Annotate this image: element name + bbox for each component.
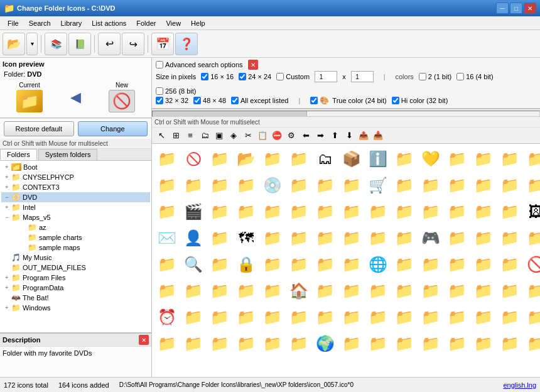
ico-tb-copy[interactable]: 📋 — [256, 129, 269, 143]
expand-icon[interactable]: + — [3, 303, 11, 312]
ico-tb-pointer[interactable]: ↖ — [154, 129, 168, 143]
icon-cell[interactable]: 📁 — [286, 146, 311, 172]
icons-grid-container[interactable]: 📁 🚫 📁 📂 📁 📁 🗂 📦 ℹ️ 📁 💛 📁 📁 📁 📁 📁 📁 📁 — [152, 144, 540, 377]
icon-cell[interactable]: 📁 — [365, 278, 391, 303]
icon-cell[interactable]: 📁 — [154, 331, 180, 356]
icon-cell[interactable]: 📁 — [234, 278, 259, 303]
horiz-scroll-bar[interactable] — [152, 109, 540, 117]
custom-x-input[interactable] — [315, 71, 337, 82]
icon-cell[interactable]: 📁 — [286, 331, 311, 356]
icon-cell[interactable]: 📁 — [339, 278, 364, 303]
icon-cell[interactable]: 📁 — [154, 146, 180, 172]
icon-cell[interactable]: 📁 — [445, 146, 470, 172]
icon-cell[interactable]: 📁 — [497, 331, 522, 356]
expand-icon[interactable]: + — [3, 273, 11, 282]
expand-icon[interactable]: + — [3, 163, 11, 172]
tree-item[interactable]: 📁 az — [1, 222, 150, 232]
icon-cell[interactable]: 📁 — [234, 331, 259, 356]
icon-cell[interactable]: 📁 — [497, 305, 522, 330]
icon-cell[interactable]: 📁 — [445, 226, 470, 251]
ico-tb-stop[interactable]: ⛔ — [270, 129, 284, 143]
icon-cell[interactable]: 📁 — [365, 226, 391, 251]
icon-cell[interactable]: 📁 — [313, 305, 338, 330]
icon-cell[interactable]: 📁 — [339, 199, 364, 224]
icon-cell[interactable]: 🚫 — [524, 252, 540, 277]
tab-folders[interactable]: Folders — [0, 149, 37, 160]
ico-tb-prev[interactable]: ⬅ — [299, 129, 313, 143]
icon-cell[interactable]: 📁 — [207, 305, 232, 330]
icon-cell[interactable]: 📁 — [418, 252, 443, 277]
icon-cell[interactable]: 🎬 — [181, 199, 206, 224]
icon-cell[interactable]: 📁 — [392, 226, 417, 251]
icon-cell[interactable]: 📁 — [339, 226, 364, 251]
icon-cell[interactable]: 📁 — [154, 252, 180, 277]
icon-cell[interactable]: 📁 — [418, 305, 443, 330]
icon-cell[interactable]: 📁 — [445, 199, 470, 224]
expand-icon[interactable]: + — [3, 283, 11, 292]
advanced-search-input[interactable] — [156, 61, 163, 68]
icon-cell[interactable]: 📁 — [392, 173, 417, 198]
ico-tb-settings[interactable]: ⚙ — [284, 129, 298, 143]
icon-cell[interactable]: 📁 — [497, 173, 522, 198]
tree-item[interactable]: − 📁 Maps_v5 — [1, 212, 150, 222]
icon-cell[interactable]: 👤 — [181, 226, 206, 251]
icon-cell[interactable]: 📁 — [313, 226, 338, 251]
tree-item[interactable]: 📁 OUT_MEDIA_FILES — [1, 263, 150, 273]
tree-item[interactable]: + 📁 Boot — [1, 162, 150, 172]
tree-item[interactable]: + 📁 ProgramData — [1, 283, 150, 293]
icon-cell[interactable]: 📁 — [471, 146, 496, 172]
icon-cell[interactable]: 📁 — [445, 305, 470, 330]
icon-cell[interactable]: 📁 — [154, 199, 180, 224]
toolbar-open-dropdown[interactable]: ▾ — [26, 33, 38, 55]
change-button[interactable]: Change — [78, 121, 148, 136]
menu-view[interactable]: View — [161, 18, 186, 28]
toolbar-library2-button[interactable]: 📗 — [68, 33, 91, 55]
description-close-button[interactable]: ✕ — [139, 335, 149, 345]
menu-help[interactable]: Help — [186, 18, 210, 28]
icon-cell[interactable]: 📁 — [471, 226, 496, 251]
icon-cell[interactable]: 📁 — [286, 226, 311, 251]
ico-tb-invert[interactable]: ◈ — [227, 129, 240, 143]
icon-cell[interactable]: 📁 — [339, 173, 364, 198]
icon-cell[interactable]: 📁 — [286, 199, 311, 224]
tree-item[interactable]: + 📁 Program Files — [1, 273, 150, 283]
icon-cell[interactable]: 📁 — [471, 331, 496, 356]
expand-icon[interactable] — [3, 293, 11, 302]
tree-item[interactable]: + 📁 CNYSELPHYCP — [1, 172, 150, 182]
minimize-button[interactable]: ─ — [496, 3, 509, 14]
icon-cell[interactable]: 📁 — [313, 278, 338, 303]
icon-cell[interactable]: 📁 — [207, 173, 232, 198]
icon-cell[interactable]: 📁 — [497, 226, 522, 251]
icon-cell[interactable]: 📁 — [445, 278, 470, 303]
icon-cell[interactable]: 📁 — [260, 199, 285, 224]
icon-cell[interactable]: 📁 — [524, 278, 540, 303]
icon-cell[interactable]: 📁 — [497, 252, 522, 277]
toolbar-undo-button[interactable]: ↩ — [98, 33, 121, 55]
menu-file[interactable]: File — [3, 18, 24, 28]
icon-cell[interactable]: 📁 — [286, 252, 311, 277]
icon-cell[interactable]: 📁 — [234, 173, 259, 198]
icon-cell[interactable]: ℹ️ — [365, 146, 391, 172]
icon-cell[interactable]: 📁 — [497, 278, 522, 303]
icon-cell[interactable]: 📁 — [181, 331, 206, 356]
status-language[interactable]: english.lng — [503, 381, 536, 389]
icon-cell[interactable]: 📁 — [365, 199, 391, 224]
icon-cell[interactable]: 📁 — [339, 331, 364, 356]
search-close-button[interactable]: ✕ — [248, 60, 258, 70]
custom-checkbox[interactable]: Custom — [276, 73, 310, 80]
icon-cell[interactable]: 📁 — [471, 173, 496, 198]
tree-item[interactable]: + 📁 Intel — [1, 202, 150, 212]
advanced-search-checkbox[interactable]: Advanced search options — [156, 61, 243, 68]
icon-cell[interactable]: 📁 — [524, 305, 540, 330]
size-32-checkbox[interactable]: 32 × 32 — [156, 97, 188, 104]
icon-cell[interactable]: 📁 — [339, 252, 364, 277]
icon-cell[interactable]: 📁 — [418, 278, 443, 303]
icon-cell[interactable]: 📁 — [418, 199, 443, 224]
icon-cell[interactable]: 🔒 — [234, 252, 259, 277]
icon-cell[interactable]: 📁 — [260, 278, 285, 303]
tree-item[interactable]: 🦇 The Bat! — [1, 293, 150, 303]
icon-cell[interactable]: 🌍 — [313, 331, 338, 356]
ico-tb-import[interactable]: 📥 — [371, 129, 385, 143]
icon-cell[interactable]: 📁 — [497, 146, 522, 172]
icon-cell[interactable]: 📁 — [286, 173, 311, 198]
